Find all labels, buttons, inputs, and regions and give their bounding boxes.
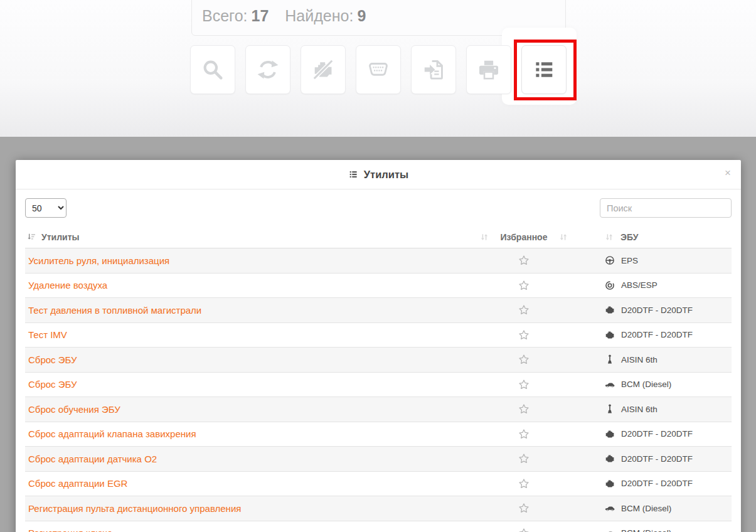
utility-link[interactable]: Тест IMV [25,329,449,340]
modal-title: Утилиты [364,169,408,181]
utility-link[interactable]: Сброс адаптации EGR [25,478,449,489]
ecu-label: D20DTF - D20DTF [621,306,693,315]
favorite-cell [449,304,599,316]
steering-wheel-icon [604,255,615,266]
search-icon [201,58,225,82]
utility-link[interactable]: Сброс адаптаций клапана завихрения [25,428,449,439]
favorite-star-icon[interactable] [518,527,530,532]
obd-connector-icon [366,58,390,82]
ecu-label: BCM (Diesel) [621,380,671,389]
engine-icon [604,453,615,464]
toolbar-button-search[interactable] [190,45,235,94]
ecu-label: D20DTF - D20DTF [621,454,693,464]
favorite-star-icon[interactable] [518,477,530,490]
utility-link[interactable]: Сброс ЭБУ [25,379,449,390]
favorite-cell [449,428,599,440]
ecu-cell: D20DTF - D20DTF [599,453,732,464]
favorite-cell [449,477,599,490]
utilities-header-label: Утилиты [41,232,79,242]
favorite-cell [449,254,599,267]
table-row: Тест давления в топливной магистрали D20… [25,298,732,323]
ecu-cell: AISIN 6th [599,354,732,365]
column-header-utilities[interactable]: Утилиты [25,232,449,242]
toolbar-button-export-document[interactable] [411,45,456,94]
page-size-select[interactable]: 50 [25,198,67,218]
favorite-star-icon[interactable] [518,403,530,415]
favorite-cell [449,502,599,514]
gear-shift-icon [604,354,615,365]
found-label: Найдено: [285,7,353,24]
modal-controls: 50 [16,189,741,225]
column-header-favorites[interactable]: Избранное [449,232,599,242]
table-row: Сброс адаптаций клапана завихрения D20DT… [25,422,732,447]
favorite-cell [449,279,599,292]
ecu-header-label: ЭБУ [620,232,638,242]
table-row: Удаление воздуха ABS/ESP [25,274,732,299]
car-icon [604,528,615,532]
sort-icon[interactable] [558,232,568,242]
table-row: Регистрация ключа BCM (Diesel) [25,521,732,532]
utility-link[interactable]: Регистрация ключа [25,528,449,532]
toolbar-button-printer[interactable] [466,45,511,94]
found-value: 9 [357,7,366,24]
favorite-cell [449,527,599,532]
table-header: Утилиты Избранное ЭБУ [25,226,732,248]
favorite-star-icon[interactable] [518,254,530,267]
favorite-star-icon[interactable] [518,353,530,366]
column-header-ecu[interactable]: ЭБУ [599,232,732,242]
ecu-label: BCM (Diesel) [621,528,671,532]
search-input[interactable] [600,198,732,218]
ecu-cell: D20DTF - D20DTF [599,304,732,316]
ecu-cell: ABS/ESP [599,280,732,291]
favorite-star-icon[interactable] [518,329,530,341]
ecu-label: D20DTF - D20DTF [621,330,693,339]
toolbar-button-engine-off[interactable] [301,45,346,94]
favorite-cell [449,452,599,465]
screen: Всего:17Найдено:9 Утилиты × 50 Утилиты [0,0,756,532]
sort-icon[interactable] [479,232,489,242]
ecu-cell: EPS [599,255,732,266]
ecu-cell: BCM (Diesel) [599,379,732,390]
favorite-star-icon[interactable] [518,279,530,292]
printer-icon [477,58,501,82]
sort-icon[interactable] [604,232,614,242]
favorites-header-label: Избранное [501,232,548,242]
car-icon [604,503,615,514]
top-section: Всего:17Найдено:9 [0,0,756,137]
ecu-label: EPS [621,256,638,265]
abs-disc-icon [604,280,615,291]
modal-header: Утилиты × [16,160,741,189]
close-icon[interactable]: × [725,168,731,178]
favorite-cell [449,353,599,366]
utility-link[interactable]: Сброс адаптации датчика O2 [25,454,449,464]
utility-link[interactable]: Регистрация пульта дистанционного управл… [25,503,449,514]
utility-link[interactable]: Сброс обучения ЭБУ [25,404,449,415]
ecu-label: BCM (Diesel) [621,504,671,513]
favorite-star-icon[interactable] [518,428,530,440]
toolbar-button-obd-connector[interactable] [356,45,401,94]
favorite-star-icon[interactable] [518,304,530,316]
utility-link[interactable]: Удаление воздуха [25,280,449,290]
favorite-star-icon[interactable] [518,452,530,465]
ecu-cell: D20DTF - D20DTF [599,478,732,489]
ecu-label: AISIN 6th [621,405,658,414]
gear-shift-icon [604,403,615,415]
utility-link[interactable]: Тест давления в топливной магистрали [25,305,449,316]
utility-link[interactable]: Сброс ЭБУ [25,354,449,365]
engine-off-icon [311,58,335,82]
table-row: Регистрация пульта дистанционного управл… [25,496,732,521]
table-row: Сброс ЭБУ BCM (Diesel) [25,373,732,398]
table-row: Сброс обучения ЭБУ AISIN 6th [25,397,732,422]
sort-desc-icon[interactable] [26,232,36,242]
favorite-star-icon[interactable] [518,502,530,514]
favorite-star-icon[interactable] [518,378,530,391]
ecu-label: D20DTF - D20DTF [621,429,693,439]
table-row: Сброс ЭБУ AISIN 6th [25,348,732,373]
total-value: 17 [252,7,269,24]
export-document-icon [422,58,445,82]
table-row: Усилитель руля, инициализация EPS [25,248,732,274]
utility-link[interactable]: Усилитель руля, инициализация [25,255,449,266]
toolbar-button-refresh[interactable] [245,45,290,94]
ecu-cell: AISIN 6th [599,403,732,415]
ecu-label: ABS/ESP [621,280,658,290]
